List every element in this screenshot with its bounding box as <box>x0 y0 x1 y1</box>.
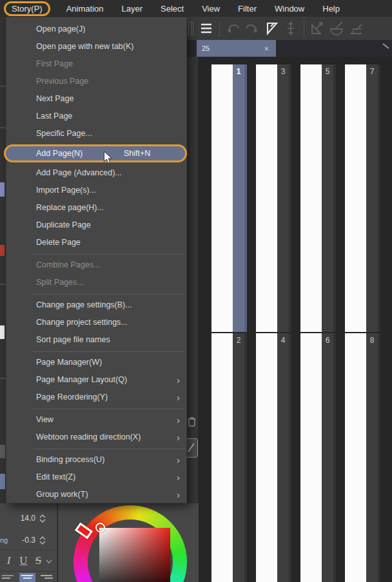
menu-item-label: Split Pages... <box>36 278 84 287</box>
page-manager-canvas[interactable]: 12345678 <box>199 57 392 582</box>
align-center-button[interactable] <box>19 573 35 582</box>
align-right-button[interactable] <box>39 573 55 582</box>
snap-ruler-icon[interactable] <box>308 19 327 38</box>
page-sheet <box>345 333 366 582</box>
pen-tool-button[interactable] <box>185 438 198 458</box>
menubar-item-animation[interactable]: Animation <box>61 3 110 15</box>
undo-icon[interactable] <box>223 19 242 38</box>
page-thumbnail-4[interactable]: 4 <box>256 333 291 582</box>
chevron-down-icon[interactable] <box>382 43 390 49</box>
page-number: 6 <box>322 336 333 345</box>
toolbar-separator <box>219 20 220 37</box>
menubar-item-window[interactable]: Window <box>269 3 310 15</box>
menu-item-label: Add Page(N) <box>36 149 83 158</box>
page-number: 2 <box>233 336 244 345</box>
tab-label: 25 <box>202 44 210 52</box>
menu-item-import-pages[interactable]: Import Page(s)... <box>6 182 186 199</box>
menubar-item-help[interactable]: Help <box>317 3 346 15</box>
menu-item-group-work[interactable]: Group work(T)› <box>6 486 186 503</box>
menu-item-specific-page[interactable]: Specific Page... <box>6 125 186 142</box>
menu-item-shortcut: Shift+N <box>124 146 150 160</box>
menu-item-open-page-new-tab[interactable]: Open page with new tab(K) <box>6 38 186 55</box>
toolbar-separator <box>304 20 304 37</box>
menu-item-duplicate-page[interactable]: Duplicate Page <box>6 217 186 234</box>
font-size-stepper[interactable] <box>39 514 46 523</box>
menu-item-open-page[interactable]: Open page(J) <box>6 21 186 38</box>
canvas-tab[interactable]: 25 × <box>197 40 276 57</box>
font-size-field[interactable]: 14.0 <box>0 514 35 523</box>
menu-item-label: Group work(T) <box>36 490 88 499</box>
menubar-item-view[interactable]: View <box>196 3 226 15</box>
menubar-item-story-p[interactable]: Story(P) <box>4 1 50 16</box>
page-sheet <box>300 333 322 582</box>
saturation-value-square[interactable] <box>99 528 170 582</box>
letter-spacing-stepper[interactable] <box>39 536 46 545</box>
page-thumbnail-1[interactable]: 1 <box>211 64 247 332</box>
page-thumbnail-2[interactable]: 2 <box>211 333 247 582</box>
fit-height-icon[interactable] <box>281 19 300 38</box>
menu-item-delete-page[interactable]: Delete Page <box>6 234 186 251</box>
menu-item-add-page-advanced[interactable]: Add Page (Advanced)... <box>6 164 186 182</box>
page-number-strip: 6 <box>322 333 336 582</box>
strikethrough-button[interactable]: S <box>31 552 46 569</box>
menu-item-page-reordering[interactable]: Page Reordering(Y)› <box>6 389 186 406</box>
menu-item-last-page[interactable]: Last Page <box>6 108 186 125</box>
palette-drag-handle[interactable] <box>188 21 193 35</box>
triangle-flag-icon[interactable] <box>262 19 281 38</box>
sv-handle[interactable] <box>95 523 105 532</box>
menu-item-label: Edit text(Z) <box>36 472 75 481</box>
menu-item-combine-pages: Combine Pages... <box>6 257 186 274</box>
menubar-item-layer[interactable]: Layer <box>115 3 148 15</box>
canvas-tab-bar: 25 × <box>186 40 392 57</box>
menu-item-change-page-settings[interactable]: Change page settings(B)... <box>6 296 186 314</box>
page-thumbnail-6[interactable]: 6 <box>300 333 336 582</box>
menu-item-binding-process[interactable]: Binding process(U)› <box>6 451 186 469</box>
menu-item-next-page[interactable]: Next Page <box>6 90 186 108</box>
menu-item-label: Combine Pages... <box>36 260 100 269</box>
menu-item-add-page[interactable]: Add Page(N)Shift+N <box>4 144 187 162</box>
page-number-strip: 1 <box>233 64 247 332</box>
page-thumbnail-7[interactable]: 7 <box>345 64 380 332</box>
snap-grid-icon[interactable] <box>346 19 366 38</box>
menu-item-change-project-settings[interactable]: Change project settings... <box>6 314 186 331</box>
rail-gray-mark <box>0 445 5 458</box>
redo-icon[interactable] <box>242 19 262 38</box>
menu-item-label: Sort page file names <box>36 335 110 344</box>
page-sheet <box>300 64 322 332</box>
page-thumbnail-5[interactable]: 5 <box>300 64 336 332</box>
menu-item-edit-text[interactable]: Edit text(Z)› <box>6 469 186 486</box>
close-icon[interactable]: × <box>262 44 271 53</box>
menu-item-label: Page Manager Layout(Q) <box>36 375 127 384</box>
underline-button[interactable]: U <box>16 552 31 569</box>
align-left-button[interactable] <box>0 573 16 582</box>
trash-icon[interactable] <box>187 416 197 427</box>
page-number-strip: 3 <box>277 64 291 332</box>
menu-item-replace-page[interactable]: Replace page(H)... <box>6 199 186 217</box>
menu-item-label: Specific Page... <box>36 129 92 138</box>
menu-hamburger-icon[interactable] <box>197 19 216 38</box>
menubar-item-select[interactable]: Select <box>155 3 190 15</box>
page-thumbnail-8[interactable]: 8 <box>345 333 380 582</box>
rail-divider <box>0 86 6 87</box>
menu-item-page-manager[interactable]: Page Manager(W) <box>6 354 186 371</box>
italic-button[interactable]: I <box>1 552 16 569</box>
menubar-item-filter[interactable]: Filter <box>232 3 262 15</box>
chevron-down-icon[interactable] <box>46 555 52 567</box>
menu-item-view[interactable]: View› <box>6 411 186 429</box>
menu-item-label: Page Manager(W) <box>36 358 102 367</box>
menu-item-label: Last Page <box>36 112 72 121</box>
menu-item-webtoon-reading-direction[interactable]: Webtoon reading direction(X)› <box>6 429 186 446</box>
page-number-strip: 7 <box>366 64 380 332</box>
subtool-panel-edge <box>186 57 199 503</box>
page-sheet <box>256 64 277 332</box>
page-sheet <box>256 333 277 582</box>
menu-item-sort-page-file-names[interactable]: Sort page file names <box>6 331 186 349</box>
rail-divider <box>0 127 6 128</box>
menu-item-label: View <box>36 415 54 424</box>
command-bar <box>186 17 392 40</box>
letter-spacing-field[interactable]: -0.3 <box>0 536 35 545</box>
rail-blue-mark <box>0 182 5 197</box>
snap-special-ruler-icon[interactable] <box>327 19 346 38</box>
menu-item-page-manager-layout[interactable]: Page Manager Layout(Q)› <box>6 371 186 389</box>
page-thumbnail-3[interactable]: 3 <box>256 64 291 332</box>
